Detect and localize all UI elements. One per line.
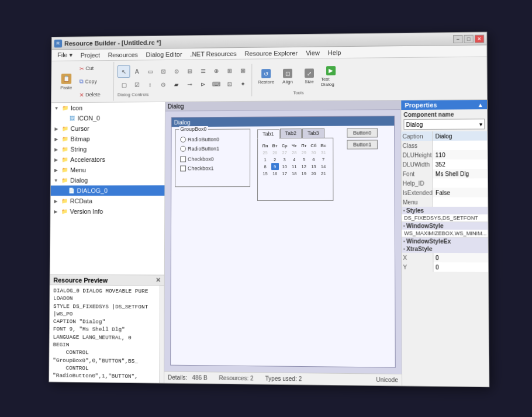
prop-row-dluwidth: DLUWidth 352	[402, 159, 488, 169]
tree-item-menu[interactable]: ▶ 📁 Menu	[51, 165, 165, 175]
ip-tool[interactable]: ⊡	[223, 77, 236, 90]
combo-tool[interactable]: ⊟	[184, 64, 196, 77]
list-tool[interactable]: ☰	[196, 64, 209, 77]
close-button[interactable]: ✕	[475, 34, 484, 43]
dialog-canvas[interactable]: Dialog GroupBox0 RadioButton0	[170, 116, 396, 368]
tree-item-bitmap[interactable]: ▶ 📁 Bitmap	[51, 133, 164, 144]
tree-item-string[interactable]: ▶ 📁 String	[51, 144, 164, 155]
tab1[interactable]: Tab1	[257, 129, 279, 138]
prop-val-font[interactable]: Ms Shell Dlg	[433, 169, 488, 178]
minimize-button[interactable]: −	[453, 34, 462, 43]
prop-val-class[interactable]	[433, 141, 488, 151]
checkbox-box0	[180, 157, 186, 162]
styles-group-header[interactable]: ▪ Styles	[402, 207, 488, 214]
windowstyleex-group-header[interactable]: ▪ WindowStyleEx	[402, 237, 488, 245]
tab-tool[interactable]: ⊠	[236, 64, 249, 77]
align-label: Align	[282, 79, 293, 85]
prop-val-dluheight[interactable]: 110	[433, 150, 488, 159]
dialog-controls-row1: ↖ A ▭ ⊡ ⊙ ⊟ ☰ ⊕ ⊞ ⊠	[118, 64, 249, 78]
prop-row-font: Font Ms Shell Dlg	[402, 169, 488, 178]
calendar-selected-9[interactable]: 9	[271, 163, 279, 170]
tree-item-icon[interactable]: ▼ 📁 Icon	[51, 102, 165, 113]
preview-line1: DIALOG_0 DIALOG MOVEABLE PURE LOADON	[53, 287, 156, 303]
expand-windowstyle-icon: ▪	[403, 223, 405, 228]
toolbar-tools: ↺ Restore ⊡ Align ⤢ Size ▶ Test Dialog T…	[253, 64, 344, 95]
icon-tool[interactable]: ⊕	[210, 64, 223, 77]
size-button[interactable]: ⤢ Size	[299, 64, 320, 89]
prop-val-x[interactable]: 0	[433, 253, 488, 263]
prop-val-dluwidth[interactable]: 352	[433, 159, 488, 169]
component-name-dropdown[interactable]: Dialog ▾	[403, 119, 485, 130]
tab2[interactable]: Tab2	[280, 128, 302, 138]
maximize-button[interactable]: □	[464, 34, 473, 43]
prop-val-y[interactable]: 0	[433, 262, 488, 272]
cut-button[interactable]: ✂Cut	[77, 62, 111, 75]
tree-tool[interactable]: ⊳	[196, 78, 209, 91]
prop-key-dluwidth: DLUWidth	[402, 159, 433, 169]
tree-item-dialog0[interactable]: 📄 DIALOG_0	[51, 185, 165, 196]
menu-net-resources[interactable]: .NET Resources	[186, 48, 240, 58]
menu-file[interactable]: File ▾	[54, 50, 76, 60]
delete-button[interactable]: ✕Delete	[77, 88, 112, 101]
prop-val-helpid[interactable]	[433, 178, 488, 187]
check-tool[interactable]: ☑	[130, 78, 143, 91]
properties-close[interactable]: ▲	[478, 102, 483, 108]
test-dialog-button[interactable]: ▶ Test Dialog	[320, 64, 341, 88]
checkbox0[interactable]: Checkbox0	[180, 156, 213, 162]
prop-key-caption: Caption	[401, 131, 433, 141]
size-label: Size	[305, 79, 314, 84]
left-panel: ▼ 📁 Icon 🖼 ICON_0 ▶ 📁 Cursor ▶	[49, 102, 165, 383]
pointer-tool[interactable]: ↖	[118, 65, 130, 78]
radio-tool[interactable]: ⊙	[170, 65, 183, 78]
xtrastyle-group-header[interactable]: ▪ XtraStyle	[402, 245, 488, 253]
prop-val-caption[interactable]: Dialog	[433, 131, 488, 141]
tree-item-accelerators[interactable]: ▶ 📁 Accelerators	[51, 154, 165, 165]
radio-button1[interactable]: RadioButton1	[180, 146, 219, 152]
menu-resources[interactable]: Resources	[105, 50, 141, 59]
text-tool[interactable]: A	[130, 65, 143, 78]
prop-val-menu[interactable]	[433, 197, 488, 207]
slider-tool[interactable]: ⊸	[184, 78, 196, 91]
custom-tool[interactable]: ✦	[236, 77, 249, 90]
hotkey-tool[interactable]: ⌨	[210, 78, 223, 91]
tree-label-bitmap: Bitmap	[70, 135, 89, 143]
prop-row-caption: Caption Dialog	[401, 131, 487, 141]
tree-item-rcdata[interactable]: ▶ 📁 RCData	[51, 196, 165, 206]
tree-item-dialog[interactable]: ▼ 📁 Dialog	[51, 175, 165, 185]
edit-tool[interactable]: ▭	[144, 65, 157, 78]
preview-line2: STYLE DS_FIXEDSYS |DS_SETFONT |WS_PO	[53, 303, 156, 319]
paste-button[interactable]: 📋 Paste	[56, 70, 77, 93]
scroll-tool[interactable]: ↕	[144, 78, 157, 91]
preview-scrollbar[interactable]	[159, 286, 164, 383]
menu-help[interactable]: Help	[324, 48, 345, 57]
align-button[interactable]: ⊡ Align	[277, 64, 298, 89]
restore-button[interactable]: ↺ Restore	[255, 65, 277, 89]
tab3[interactable]: Tab3	[302, 128, 324, 138]
menu-project[interactable]: Project	[77, 50, 103, 60]
radio-button0[interactable]: RadioButton0	[180, 137, 219, 143]
preview-close-button[interactable]: ✕	[156, 276, 161, 284]
button-tool[interactable]: ⊡	[157, 65, 170, 78]
tree-label-accelerators: Accelerators	[70, 156, 105, 163]
preview-line8: CONTROL "RadioButton0",1,"BUTTON",	[53, 364, 156, 381]
spin-tool[interactable]: ⊙	[157, 78, 170, 91]
tree-item-versioninfo[interactable]: ▶ 📁 Version Info	[50, 206, 164, 217]
details-label: Details:	[168, 374, 187, 381]
prop-val-isextended[interactable]: False	[433, 188, 488, 197]
prop-row-x: X 0	[402, 253, 488, 263]
progress-tool[interactable]: ▰	[170, 78, 183, 91]
group-tool[interactable]: ▢	[118, 78, 130, 91]
groupbox0: GroupBox0 RadioButton0 RadioButton1	[175, 129, 250, 187]
menu-resource-explorer[interactable]: Resource Explorer	[241, 48, 302, 58]
menu-dialog-editor[interactable]: Dialog Editor	[143, 49, 186, 58]
bitmap-tool[interactable]: ⊞	[223, 64, 236, 77]
checkbox1[interactable]: Checkbox1	[180, 165, 213, 171]
windowstyle-group-header[interactable]: ▪ WindowStyle	[402, 222, 488, 230]
button1[interactable]: Button1	[347, 140, 378, 149]
tree-item-cursor[interactable]: ▶ 📁 Cursor	[51, 123, 165, 134]
preview-header: Resource Preview ✕	[50, 275, 164, 286]
copy-button[interactable]: ⧉Copy	[77, 75, 111, 88]
button0[interactable]: Button0	[347, 128, 378, 137]
menu-view[interactable]: View	[302, 48, 323, 57]
tree-item-icon0[interactable]: 🖼 ICON_0	[51, 113, 165, 124]
